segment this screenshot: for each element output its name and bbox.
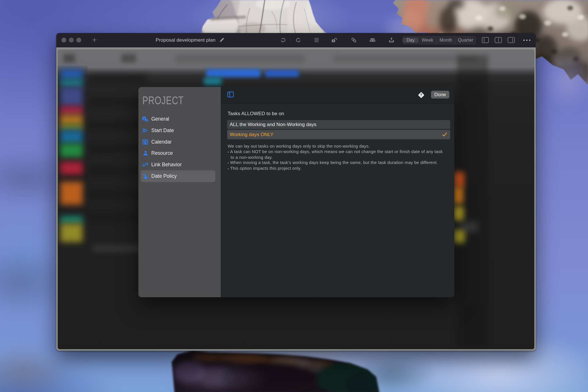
svg-text:?: ? <box>420 93 422 97</box>
